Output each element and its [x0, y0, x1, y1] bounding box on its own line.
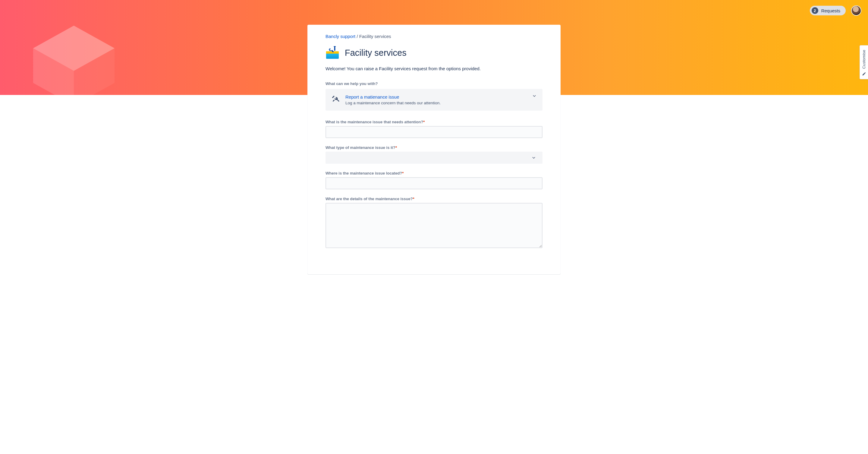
svg-rect-5 [334, 47, 336, 51]
field-type: What type of maintenance issue is it?* [326, 145, 542, 164]
page-title: Facility services [345, 48, 407, 58]
svg-rect-7 [332, 96, 335, 98]
wrench-screwdriver-icon [332, 95, 340, 103]
welcome-text: Welcome! You can raise a Facility servic… [326, 66, 542, 71]
field-details-label: What are the details of the maintenance … [326, 196, 542, 201]
chevron-down-icon [532, 93, 537, 98]
help-prompt: What can we help you with? [326, 81, 542, 86]
toolbox-icon [326, 46, 339, 59]
customise-tab[interactable]: Customise [860, 45, 868, 79]
field-issue: What is the maintenance issue that needs… [326, 120, 542, 138]
field-details: What are the details of the maintenance … [326, 196, 542, 249]
request-type-description: Log a maintenance concern that needs our… [345, 101, 441, 105]
field-type-label: What type of maintenance issue is it?* [326, 145, 542, 150]
breadcrumb-root-link[interactable]: Bancly support [326, 34, 355, 39]
requests-count-badge: 2 [812, 7, 818, 14]
issue-input[interactable] [326, 126, 542, 138]
page-title-row: Facility services [326, 46, 542, 59]
requests-button[interactable]: 2 Requests [810, 6, 846, 16]
details-textarea[interactable] [326, 203, 542, 248]
field-issue-label: What is the maintenance issue that needs… [326, 120, 542, 124]
type-select[interactable] [326, 152, 542, 164]
breadcrumb: Bancly support / Facility services [326, 34, 542, 39]
request-type-selector[interactable]: Report a matienance issue Log a maintena… [326, 89, 542, 111]
hero-decoration [21, 6, 124, 95]
customise-label: Customise [862, 50, 866, 69]
avatar[interactable] [851, 5, 861, 16]
pencil-icon [862, 72, 866, 76]
breadcrumb-separator: / [356, 34, 359, 39]
chevron-down-icon [531, 155, 536, 160]
field-location-label: Where is the maintenance issue located?* [326, 171, 542, 176]
request-type-title: Report a matienance issue [345, 94, 441, 99]
breadcrumb-current: Facility services [359, 34, 391, 39]
svg-marker-0 [33, 26, 115, 71]
requests-label: Requests [821, 8, 840, 13]
form-card: Bancly support / Facility services Facil… [307, 25, 561, 274]
topbar: 2 Requests [810, 5, 861, 16]
svg-marker-6 [334, 46, 336, 47]
field-location: Where is the maintenance issue located?* [326, 171, 542, 189]
svg-marker-2 [74, 48, 115, 95]
svg-marker-1 [33, 48, 74, 95]
location-input[interactable] [326, 177, 542, 189]
